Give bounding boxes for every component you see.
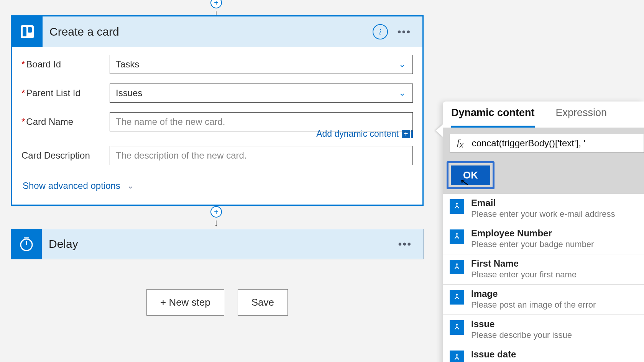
footer-buttons: + New step Save xyxy=(11,289,424,316)
show-advanced-options[interactable]: Show advanced options⌄ xyxy=(21,175,413,201)
svg-point-10 xyxy=(456,324,458,326)
chevron-down-icon: ⌄ xyxy=(399,59,406,69)
input-card-description[interactable]: The description of the new card. xyxy=(110,146,413,165)
input-board-id[interactable]: Tasks⌄ xyxy=(110,55,413,74)
more-menu-icon[interactable]: ••• xyxy=(398,26,411,38)
action-title: Create a card xyxy=(43,25,373,38)
dynamic-item-desc: Please enter your first name xyxy=(471,270,577,280)
svg-rect-1 xyxy=(23,27,26,36)
add-step-middle-icon[interactable]: + xyxy=(210,206,222,218)
delay-title: Delay xyxy=(42,238,398,251)
panel-caret-icon xyxy=(436,124,443,137)
ok-button[interactable]: OK xyxy=(451,165,490,185)
action-delay[interactable]: Delay ••• xyxy=(11,229,424,259)
save-button[interactable]: Save xyxy=(238,289,288,316)
dynamic-item-desc: Please enter your badge number xyxy=(471,239,594,249)
dynamic-item-title: Issue date xyxy=(471,349,608,360)
token-icon xyxy=(450,199,464,214)
info-icon[interactable]: i xyxy=(373,24,388,39)
dynamic-content-panel: Dynamic content Expression fx concat(tri… xyxy=(443,102,644,362)
token-icon xyxy=(450,290,464,305)
dynamic-item-first-name[interactable]: First Name Please enter your first name xyxy=(443,254,644,284)
token-icon xyxy=(450,320,464,335)
label-parent-list-id: *Parent List Id xyxy=(21,88,110,98)
token-icon xyxy=(450,229,464,244)
label-card-description: Card Description xyxy=(21,150,110,161)
dynamic-item-email[interactable]: Email Please enter your work e-mail addr… xyxy=(443,194,644,224)
new-step-button[interactable]: + New step xyxy=(146,289,224,316)
action-create-card: Create a card i ••• *Board Id Tasks⌄ *Pa… xyxy=(11,15,424,206)
token-icon xyxy=(450,351,464,362)
dynamic-item-title: First Name xyxy=(471,258,577,269)
tab-dynamic-content[interactable]: Dynamic content xyxy=(451,107,535,128)
dynamic-item-image[interactable]: Image Please post an image of the error xyxy=(443,284,644,314)
dynamic-item-desc: Please enter your work e-mail address xyxy=(471,209,615,219)
fx-icon: fx xyxy=(457,137,463,149)
dynamic-item-desc: Please enter when you had the error xyxy=(471,360,608,362)
dynamic-item-desc: Please post an image of the error xyxy=(471,300,596,310)
svg-point-7 xyxy=(456,233,458,235)
dynamic-item-title: Employee Number xyxy=(471,228,594,239)
tab-expression[interactable]: Expression xyxy=(556,107,607,128)
svg-rect-2 xyxy=(28,27,32,33)
label-card-name: *Card Name xyxy=(21,116,110,127)
svg-point-9 xyxy=(456,294,458,295)
delay-icon xyxy=(11,229,42,259)
input-card-name[interactable]: The name of the new card. xyxy=(110,112,413,131)
input-parent-list-id[interactable]: Issues⌄ xyxy=(110,84,413,103)
svg-point-11 xyxy=(456,354,458,356)
svg-point-6 xyxy=(456,203,458,205)
action-header[interactable]: Create a card i ••• xyxy=(12,16,422,47)
chevron-down-icon: ⌄ xyxy=(399,88,406,98)
token-icon xyxy=(450,260,464,274)
dynamic-item-employee-number[interactable]: Employee Number Please enter your badge … xyxy=(443,224,644,254)
dynamic-item-title: Image xyxy=(471,288,596,299)
more-menu-icon[interactable]: ••• xyxy=(398,238,412,250)
expression-input[interactable]: fx concat(triggerBody()['text'], ' xyxy=(450,134,644,153)
chevron-down-icon: ⌄ xyxy=(127,181,134,190)
add-step-top-icon[interactable]: + xyxy=(210,0,222,8)
trello-icon xyxy=(12,16,43,47)
dynamic-item-title: Email xyxy=(471,198,615,208)
arrow-down-icon: ↓ xyxy=(214,217,219,229)
dynamic-item-issue-date[interactable]: Issue date Please enter when you had the… xyxy=(443,345,644,362)
dynamic-item-desc: Please describe your issue xyxy=(471,330,572,340)
label-board-id: *Board Id xyxy=(21,59,110,70)
svg-point-8 xyxy=(456,264,458,265)
dynamic-item-title: Issue xyxy=(471,319,572,329)
dynamic-item-issue[interactable]: Issue Please describe your issue xyxy=(443,314,644,345)
